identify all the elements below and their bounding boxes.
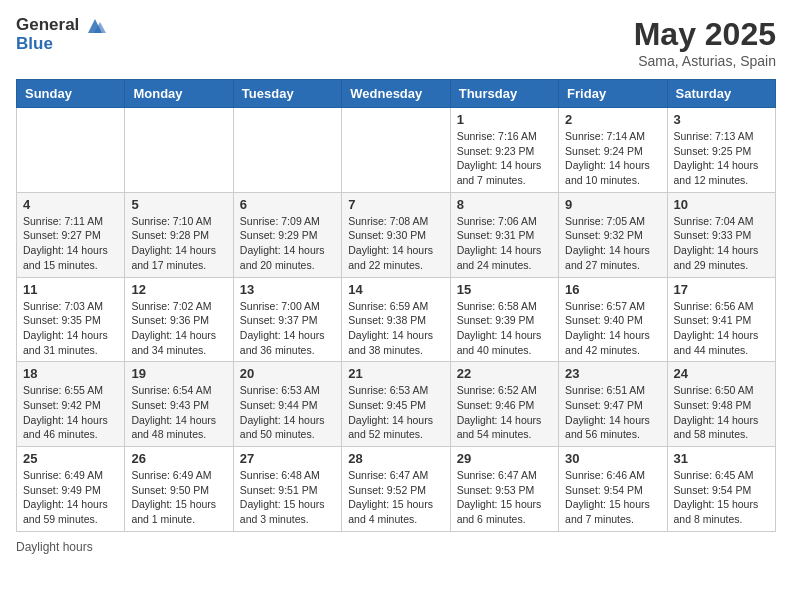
footer: Daylight hours (16, 540, 776, 554)
day-number: 16 (565, 282, 660, 297)
day-info: Sunrise: 6:56 AM Sunset: 9:41 PM Dayligh… (674, 299, 769, 358)
day-number: 19 (131, 366, 226, 381)
calendar-day-header: Friday (559, 80, 667, 108)
day-number: 26 (131, 451, 226, 466)
calendar-cell: 5Sunrise: 7:10 AM Sunset: 9:28 PM Daylig… (125, 192, 233, 277)
day-info: Sunrise: 7:14 AM Sunset: 9:24 PM Dayligh… (565, 129, 660, 188)
day-info: Sunrise: 7:06 AM Sunset: 9:31 PM Dayligh… (457, 214, 552, 273)
location-title: Sama, Asturias, Spain (634, 53, 776, 69)
day-number: 7 (348, 197, 443, 212)
day-number: 3 (674, 112, 769, 127)
day-info: Sunrise: 7:03 AM Sunset: 9:35 PM Dayligh… (23, 299, 118, 358)
calendar-cell: 28Sunrise: 6:47 AM Sunset: 9:52 PM Dayli… (342, 447, 450, 532)
day-number: 5 (131, 197, 226, 212)
day-number: 25 (23, 451, 118, 466)
calendar-cell: 16Sunrise: 6:57 AM Sunset: 9:40 PM Dayli… (559, 277, 667, 362)
day-number: 23 (565, 366, 660, 381)
calendar-cell: 17Sunrise: 6:56 AM Sunset: 9:41 PM Dayli… (667, 277, 775, 362)
day-info: Sunrise: 6:50 AM Sunset: 9:48 PM Dayligh… (674, 383, 769, 442)
calendar-cell: 22Sunrise: 6:52 AM Sunset: 9:46 PM Dayli… (450, 362, 558, 447)
calendar-week-row: 25Sunrise: 6:49 AM Sunset: 9:49 PM Dayli… (17, 447, 776, 532)
day-number: 30 (565, 451, 660, 466)
page-header: General Blue May 2025 Sama, Asturias, Sp… (16, 16, 776, 69)
day-number: 17 (674, 282, 769, 297)
day-info: Sunrise: 6:59 AM Sunset: 9:38 PM Dayligh… (348, 299, 443, 358)
day-number: 18 (23, 366, 118, 381)
day-info: Sunrise: 6:48 AM Sunset: 9:51 PM Dayligh… (240, 468, 335, 527)
day-info: Sunrise: 6:52 AM Sunset: 9:46 PM Dayligh… (457, 383, 552, 442)
day-info: Sunrise: 6:47 AM Sunset: 9:53 PM Dayligh… (457, 468, 552, 527)
day-number: 13 (240, 282, 335, 297)
day-info: Sunrise: 7:08 AM Sunset: 9:30 PM Dayligh… (348, 214, 443, 273)
calendar-cell: 11Sunrise: 7:03 AM Sunset: 9:35 PM Dayli… (17, 277, 125, 362)
day-info: Sunrise: 7:10 AM Sunset: 9:28 PM Dayligh… (131, 214, 226, 273)
calendar-day-header: Wednesday (342, 80, 450, 108)
calendar-cell: 30Sunrise: 6:46 AM Sunset: 9:54 PM Dayli… (559, 447, 667, 532)
calendar-day-header: Monday (125, 80, 233, 108)
day-info: Sunrise: 7:16 AM Sunset: 9:23 PM Dayligh… (457, 129, 552, 188)
day-info: Sunrise: 7:04 AM Sunset: 9:33 PM Dayligh… (674, 214, 769, 273)
day-info: Sunrise: 6:53 AM Sunset: 9:45 PM Dayligh… (348, 383, 443, 442)
calendar-cell: 10Sunrise: 7:04 AM Sunset: 9:33 PM Dayli… (667, 192, 775, 277)
calendar-cell (17, 108, 125, 193)
calendar-cell: 1Sunrise: 7:16 AM Sunset: 9:23 PM Daylig… (450, 108, 558, 193)
day-number: 11 (23, 282, 118, 297)
calendar-cell: 3Sunrise: 7:13 AM Sunset: 9:25 PM Daylig… (667, 108, 775, 193)
day-number: 24 (674, 366, 769, 381)
calendar-cell (342, 108, 450, 193)
calendar-cell (125, 108, 233, 193)
logo-blue: Blue (16, 35, 106, 54)
day-number: 14 (348, 282, 443, 297)
calendar-cell: 6Sunrise: 7:09 AM Sunset: 9:29 PM Daylig… (233, 192, 341, 277)
daylight-hours-label: Daylight hours (16, 540, 93, 554)
day-number: 27 (240, 451, 335, 466)
calendar-header-row: SundayMondayTuesdayWednesdayThursdayFrid… (17, 80, 776, 108)
day-info: Sunrise: 6:49 AM Sunset: 9:50 PM Dayligh… (131, 468, 226, 527)
logo-general: General (16, 16, 106, 35)
day-info: Sunrise: 6:54 AM Sunset: 9:43 PM Dayligh… (131, 383, 226, 442)
calendar-day-header: Sunday (17, 80, 125, 108)
day-info: Sunrise: 6:47 AM Sunset: 9:52 PM Dayligh… (348, 468, 443, 527)
calendar-cell: 20Sunrise: 6:53 AM Sunset: 9:44 PM Dayli… (233, 362, 341, 447)
day-number: 31 (674, 451, 769, 466)
calendar-cell: 26Sunrise: 6:49 AM Sunset: 9:50 PM Dayli… (125, 447, 233, 532)
day-info: Sunrise: 6:46 AM Sunset: 9:54 PM Dayligh… (565, 468, 660, 527)
day-number: 15 (457, 282, 552, 297)
day-number: 12 (131, 282, 226, 297)
calendar-cell (233, 108, 341, 193)
day-number: 8 (457, 197, 552, 212)
day-info: Sunrise: 6:51 AM Sunset: 9:47 PM Dayligh… (565, 383, 660, 442)
day-number: 21 (348, 366, 443, 381)
day-number: 20 (240, 366, 335, 381)
calendar-day-header: Saturday (667, 80, 775, 108)
day-number: 1 (457, 112, 552, 127)
month-title: May 2025 (634, 16, 776, 53)
calendar-cell: 24Sunrise: 6:50 AM Sunset: 9:48 PM Dayli… (667, 362, 775, 447)
day-info: Sunrise: 7:02 AM Sunset: 9:36 PM Dayligh… (131, 299, 226, 358)
day-info: Sunrise: 6:57 AM Sunset: 9:40 PM Dayligh… (565, 299, 660, 358)
calendar-table: SundayMondayTuesdayWednesdayThursdayFrid… (16, 79, 776, 532)
day-info: Sunrise: 6:58 AM Sunset: 9:39 PM Dayligh… (457, 299, 552, 358)
calendar-week-row: 18Sunrise: 6:55 AM Sunset: 9:42 PM Dayli… (17, 362, 776, 447)
day-info: Sunrise: 7:00 AM Sunset: 9:37 PM Dayligh… (240, 299, 335, 358)
day-number: 2 (565, 112, 660, 127)
calendar-cell: 21Sunrise: 6:53 AM Sunset: 9:45 PM Dayli… (342, 362, 450, 447)
day-info: Sunrise: 7:09 AM Sunset: 9:29 PM Dayligh… (240, 214, 335, 273)
calendar-cell: 29Sunrise: 6:47 AM Sunset: 9:53 PM Dayli… (450, 447, 558, 532)
day-number: 28 (348, 451, 443, 466)
calendar-cell: 15Sunrise: 6:58 AM Sunset: 9:39 PM Dayli… (450, 277, 558, 362)
calendar-cell: 4Sunrise: 7:11 AM Sunset: 9:27 PM Daylig… (17, 192, 125, 277)
day-info: Sunrise: 6:55 AM Sunset: 9:42 PM Dayligh… (23, 383, 118, 442)
day-number: 6 (240, 197, 335, 212)
calendar-cell: 23Sunrise: 6:51 AM Sunset: 9:47 PM Dayli… (559, 362, 667, 447)
day-number: 22 (457, 366, 552, 381)
calendar-cell: 14Sunrise: 6:59 AM Sunset: 9:38 PM Dayli… (342, 277, 450, 362)
day-number: 9 (565, 197, 660, 212)
day-info: Sunrise: 7:13 AM Sunset: 9:25 PM Dayligh… (674, 129, 769, 188)
calendar-cell: 19Sunrise: 6:54 AM Sunset: 9:43 PM Dayli… (125, 362, 233, 447)
calendar-day-header: Tuesday (233, 80, 341, 108)
calendar-cell: 8Sunrise: 7:06 AM Sunset: 9:31 PM Daylig… (450, 192, 558, 277)
day-number: 29 (457, 451, 552, 466)
calendar-day-header: Thursday (450, 80, 558, 108)
calendar-week-row: 11Sunrise: 7:03 AM Sunset: 9:35 PM Dayli… (17, 277, 776, 362)
